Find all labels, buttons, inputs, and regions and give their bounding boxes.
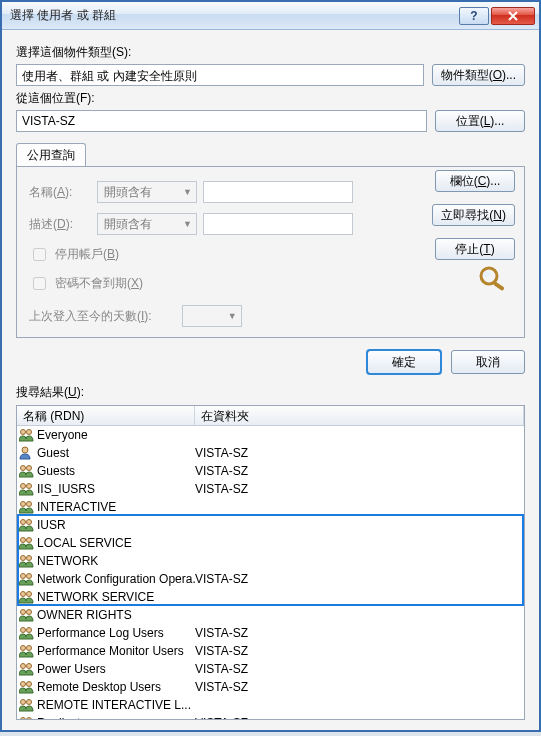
close-button[interactable] <box>491 7 535 25</box>
svg-point-31 <box>27 682 32 687</box>
svg-point-14 <box>21 538 26 543</box>
cancel-button[interactable]: 取消 <box>451 350 525 374</box>
svg-point-6 <box>21 466 26 471</box>
row-name: REMOTE INTERACTIVE L... <box>37 698 191 712</box>
svg-point-12 <box>21 520 26 525</box>
chevron-down-icon: ▼ <box>183 219 192 229</box>
group-icon <box>19 644 35 658</box>
select-users-dialog: 選擇 使用者 或 群組 ? 選擇這個物件類型(S): 使用者、群組 或 內建安全… <box>0 0 541 732</box>
row-folder: VISTA-SZ <box>195 464 524 478</box>
find-now-button[interactable]: 立即尋找(N) <box>432 204 515 226</box>
locations-button[interactable]: 位置(L)... <box>435 110 525 132</box>
column-folder[interactable]: 在資料夾 <box>195 406 524 425</box>
chevron-down-icon: ▼ <box>228 311 237 321</box>
list-item[interactable]: ReplicatorVISTA-SZ <box>17 714 524 719</box>
row-name: LOCAL SERVICE <box>37 536 132 550</box>
group-icon <box>19 482 35 496</box>
title-bar[interactable]: 選擇 使用者 或 群組 ? <box>2 2 539 30</box>
group-icon <box>19 572 35 586</box>
listview-body[interactable]: EveryoneGuestVISTA-SZGuestsVISTA-SZIIS_I… <box>17 426 524 719</box>
row-name: NETWORK SERVICE <box>37 590 154 604</box>
row-name: Replicator <box>37 716 91 719</box>
svg-point-17 <box>27 556 32 561</box>
location-label: 從這個位置(F): <box>16 90 525 107</box>
action-buttons: 確定 取消 <box>16 350 525 374</box>
group-icon <box>19 518 35 532</box>
svg-point-24 <box>21 628 26 633</box>
list-item[interactable]: NETWORK <box>17 552 524 570</box>
help-button[interactable]: ? <box>459 7 489 25</box>
group-icon <box>19 662 35 676</box>
svg-point-25 <box>27 628 32 633</box>
group-icon <box>19 428 35 442</box>
svg-point-22 <box>21 610 26 615</box>
listview-header: 名稱 (RDN) 在資料夾 <box>17 406 524 426</box>
row-folder: VISTA-SZ <box>195 680 524 694</box>
last-login-combo[interactable]: ▼ <box>182 305 242 327</box>
close-icon <box>508 11 518 21</box>
list-item[interactable]: IIS_IUSRSVISTA-SZ <box>17 480 524 498</box>
row-name: Everyone <box>37 428 88 442</box>
list-item[interactable]: NETWORK SERVICE <box>17 588 524 606</box>
column-name[interactable]: 名稱 (RDN) <box>17 406 195 425</box>
list-item[interactable]: GuestVISTA-SZ <box>17 444 524 462</box>
list-item[interactable]: OWNER RIGHTS <box>17 606 524 624</box>
row-name: Guests <box>37 464 75 478</box>
svg-point-29 <box>27 664 32 669</box>
location-field: VISTA-SZ <box>16 110 427 132</box>
row-name: Performance Log Users <box>37 626 164 640</box>
object-type-label: 選擇這個物件類型(S): <box>16 44 525 61</box>
list-item[interactable]: Everyone <box>17 426 524 444</box>
svg-point-30 <box>21 682 26 687</box>
list-item[interactable]: IUSR <box>17 516 524 534</box>
group-icon <box>19 500 35 514</box>
desc-match-combo[interactable]: 開頭含有▼ <box>97 213 197 235</box>
svg-point-21 <box>27 592 32 597</box>
list-item[interactable]: Performance Log UsersVISTA-SZ <box>17 624 524 642</box>
group-icon <box>19 716 35 719</box>
list-item[interactable]: REMOTE INTERACTIVE L... <box>17 696 524 714</box>
svg-point-27 <box>27 646 32 651</box>
list-item[interactable]: Remote Desktop UsersVISTA-SZ <box>17 678 524 696</box>
row-folder: VISTA-SZ <box>195 446 524 460</box>
group-icon <box>19 698 35 712</box>
svg-point-33 <box>27 700 32 705</box>
columns-button[interactable]: 欄位(C)... <box>435 170 515 192</box>
row-name: Performance Monitor Users <box>37 644 184 658</box>
svg-point-8 <box>21 484 26 489</box>
svg-point-2 <box>483 271 491 277</box>
group-icon <box>19 590 35 604</box>
name-match-combo[interactable]: 開頭含有▼ <box>97 181 197 203</box>
group-icon <box>19 626 35 640</box>
group-icon <box>19 608 35 622</box>
tab-common-queries[interactable]: 公用查詢 <box>16 143 86 167</box>
svg-point-35 <box>27 718 32 720</box>
svg-point-5 <box>22 447 28 453</box>
row-name: NETWORK <box>37 554 98 568</box>
row-folder: VISTA-SZ <box>195 644 524 658</box>
list-item[interactable]: GuestsVISTA-SZ <box>17 462 524 480</box>
list-item[interactable]: Performance Monitor UsersVISTA-SZ <box>17 642 524 660</box>
list-item[interactable]: LOCAL SERVICE <box>17 534 524 552</box>
svg-point-4 <box>27 430 32 435</box>
svg-point-3 <box>21 430 26 435</box>
list-item[interactable]: Network Configuration Opera...VISTA-SZ <box>17 570 524 588</box>
dialog-content: 選擇這個物件類型(S): 使用者、群組 或 內建安全性原則 物件類型(O)...… <box>2 30 539 730</box>
list-item[interactable]: Power UsersVISTA-SZ <box>17 660 524 678</box>
results-label: 搜尋結果(U): <box>16 384 525 401</box>
row-name: Guest <box>37 446 69 460</box>
object-types-button[interactable]: 物件類型(O)... <box>432 64 525 86</box>
ok-button[interactable]: 確定 <box>367 350 441 374</box>
group-icon <box>19 536 35 550</box>
svg-point-9 <box>27 484 32 489</box>
svg-point-7 <box>27 466 32 471</box>
svg-point-15 <box>27 538 32 543</box>
name-input[interactable] <box>203 181 353 203</box>
svg-point-13 <box>27 520 32 525</box>
stop-button[interactable]: 停止(T) <box>435 238 515 260</box>
password-never-expires-checkbox[interactable]: 密碼不會到期(X) <box>29 274 512 293</box>
side-buttons: 欄位(C)... 立即尋找(N) 停止(T) <box>432 170 515 260</box>
list-item[interactable]: INTERACTIVE <box>17 498 524 516</box>
desc-input[interactable] <box>203 213 353 235</box>
svg-point-11 <box>27 502 32 507</box>
